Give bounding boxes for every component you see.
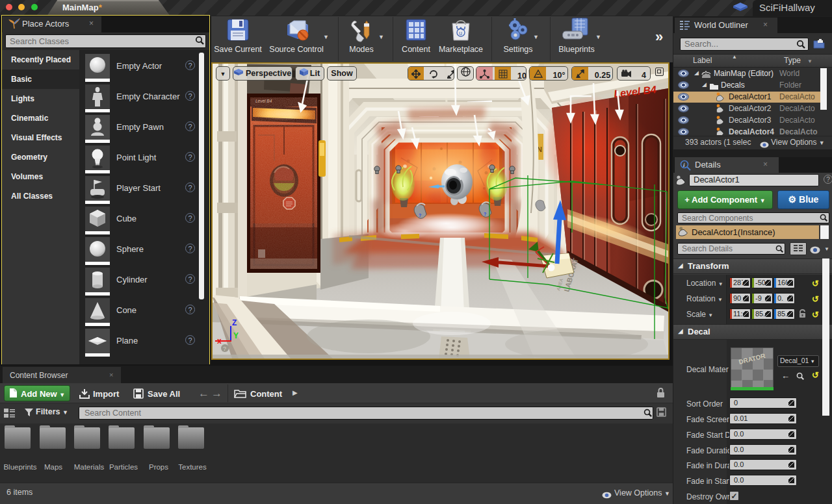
- svg-text:?: ?: [223, 346, 226, 352]
- svg-text:i: i: [683, 162, 685, 168]
- svg-text:u: u: [459, 30, 462, 36]
- svg-text:?: ?: [419, 213, 421, 218]
- svg-text:Level B4: Level B4: [255, 99, 272, 103]
- svg-text:Z: Z: [232, 318, 237, 327]
- svg-text:Y: Y: [233, 331, 239, 340]
- svg-text:x: x: [217, 336, 222, 346]
- svg-text:?: ?: [484, 212, 486, 216]
